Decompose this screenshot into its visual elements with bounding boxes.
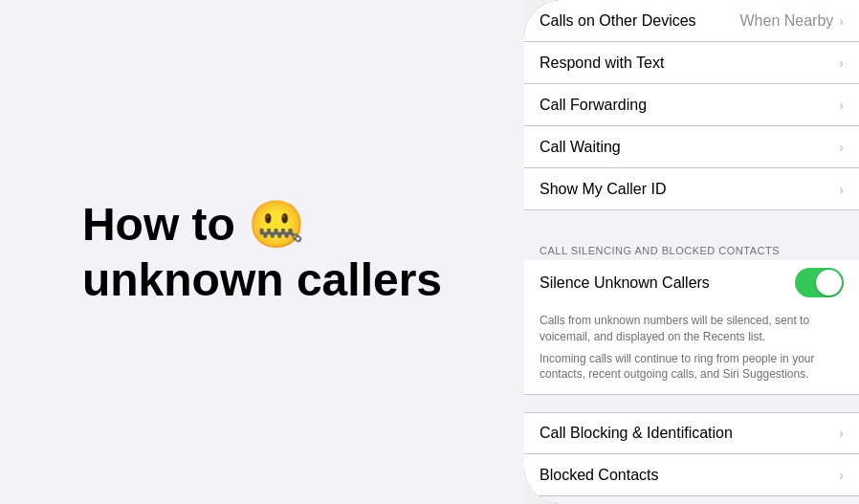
- phone-mockup: Calls on Other Devices When Nearby › Res…: [524, 0, 859, 504]
- chevron-icon: ›: [839, 182, 844, 197]
- toggle-knob: [816, 270, 842, 296]
- respond-text-label: Respond with Text: [540, 55, 839, 72]
- blocked-contacts-label: Blocked Contacts: [540, 467, 839, 484]
- chevron-icon: ›: [839, 140, 844, 155]
- section-gap: [524, 210, 859, 237]
- row-blocked-contacts[interactable]: Blocked Contacts ›: [524, 454, 859, 496]
- row-call-blocking[interactable]: Call Blocking & Identification ›: [524, 412, 859, 454]
- chevron-icon: ›: [839, 426, 844, 441]
- phone-screen: Calls on Other Devices When Nearby › Res…: [524, 0, 859, 504]
- silence-toggle[interactable]: [795, 268, 844, 297]
- row-caller-id[interactable]: Show My Caller ID ›: [524, 168, 859, 210]
- row-call-forwarding[interactable]: Call Forwarding ›: [524, 84, 859, 126]
- section-header-silencing: CALL SILENCING AND BLOCKED CONTACTS: [524, 237, 859, 260]
- caller-id-label: Show My Caller ID: [540, 181, 839, 198]
- description-text-1: Calls from unknown numbers will be silen…: [540, 313, 844, 345]
- description-block: Calls from unknown numbers will be silen…: [524, 305, 859, 395]
- hero-line2: unknown callers: [82, 252, 442, 308]
- row-silence-unknown[interactable]: Silence Unknown Callers: [524, 260, 859, 305]
- chevron-icon: ›: [839, 55, 844, 71]
- chevron-icon: ›: [839, 13, 844, 29]
- row-call-waiting[interactable]: Call Waiting ›: [524, 126, 859, 168]
- hero-text: How to 🤐 unknown callers: [82, 197, 442, 307]
- row-respond-text[interactable]: Respond with Text ›: [524, 42, 859, 84]
- call-forwarding-label: Call Forwarding: [540, 97, 839, 114]
- left-panel: How to 🤐 unknown callers: [0, 0, 524, 504]
- silence-unknown-label: Silence Unknown Callers: [540, 274, 795, 292]
- section-gap-2: [524, 496, 859, 504]
- chevron-icon: ›: [839, 468, 844, 483]
- call-waiting-label: Call Waiting: [540, 139, 839, 156]
- chevron-icon: ›: [839, 98, 844, 113]
- row-calls-other-devices[interactable]: Calls on Other Devices When Nearby ›: [524, 0, 859, 42]
- settings-list: Calls on Other Devices When Nearby › Res…: [524, 0, 859, 504]
- calls-other-value: When Nearby: [740, 12, 834, 30]
- call-blocking-label: Call Blocking & Identification: [540, 425, 839, 442]
- description-text-2: Incoming calls will continue to ring fro…: [540, 351, 844, 383]
- section-gap-small: [524, 395, 859, 412]
- calls-other-label: Calls on Other Devices: [540, 12, 740, 30]
- hero-line1: How to 🤐: [82, 197, 442, 252]
